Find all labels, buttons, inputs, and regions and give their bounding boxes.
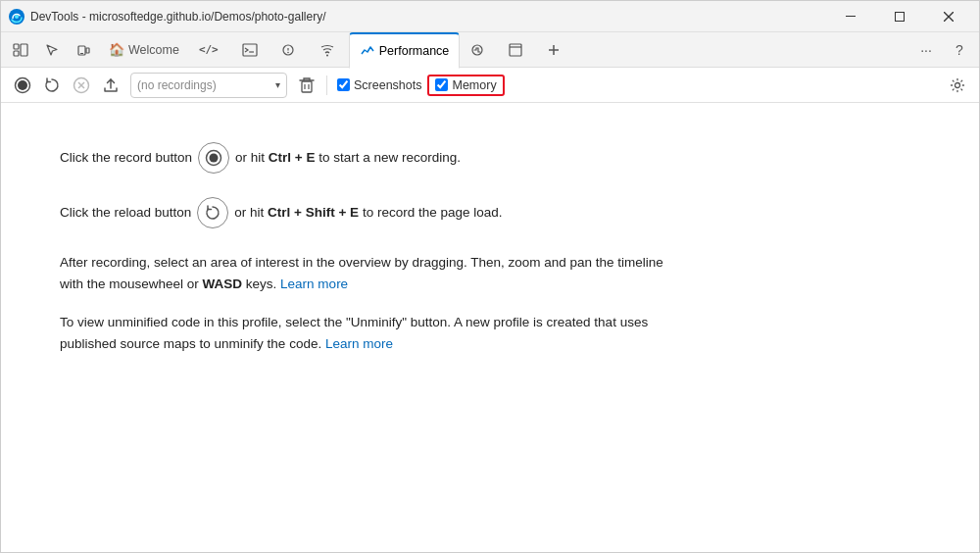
memory-checkbox[interactable]	[435, 78, 448, 91]
record-instruction: Click the record button or hit Ctrl + E …	[60, 142, 920, 174]
svg-point-1	[15, 15, 19, 19]
performance-tab-label: Performance	[379, 44, 450, 58]
tab-network[interactable]	[310, 32, 349, 68]
svg-point-17	[326, 54, 328, 56]
svg-point-33	[210, 154, 219, 163]
svg-rect-7	[14, 51, 19, 56]
title-bar: DevTools - microsoftedge.github.io/Demos…	[1, 1, 979, 32]
reload-instruction: Click the reload button or hit Ctrl + Sh…	[60, 197, 920, 228]
svg-rect-10	[86, 48, 89, 53]
learn-more-link-1[interactable]: Learn more	[280, 276, 348, 291]
tab-console[interactable]	[232, 32, 271, 68]
reload-icon-demo	[197, 197, 228, 228]
inspect-icon[interactable]	[36, 34, 68, 66]
minimize-button[interactable]	[828, 1, 873, 32]
svg-rect-3	[896, 12, 905, 21]
svg-rect-12	[243, 44, 257, 56]
tab-bar-end-buttons: ··· ?	[910, 34, 975, 66]
tab-elements[interactable]: </>	[189, 32, 232, 68]
toolbar-separator	[326, 75, 327, 95]
console-icon	[242, 43, 258, 57]
add-tab-button[interactable]	[538, 34, 569, 66]
learn-more-link-2[interactable]: Learn more	[325, 336, 393, 351]
svg-rect-28	[302, 81, 312, 92]
tab-performance[interactable]: Performance	[349, 32, 461, 69]
help-button[interactable]: ?	[944, 34, 975, 66]
svg-rect-19	[510, 44, 521, 56]
tab-memory-heap[interactable]	[460, 32, 499, 68]
tab-application[interactable]	[499, 32, 536, 68]
svg-rect-2	[846, 16, 856, 17]
performance-icon	[360, 44, 375, 58]
recording-selector[interactable]: (no recordings) ▾	[130, 73, 287, 98]
screenshots-checkbox[interactable]	[337, 78, 350, 91]
welcome-icon: 🏠	[109, 42, 124, 57]
record-icon-demo	[198, 142, 229, 174]
upload-profile-button[interactable]	[97, 72, 124, 99]
tab-welcome[interactable]: 🏠 Welcome	[99, 32, 189, 68]
svg-point-31	[956, 82, 960, 87]
window-title: DevTools - microsoftedge.github.io/Demos…	[30, 10, 828, 24]
svg-point-16	[287, 51, 289, 53]
device-emulation-icon[interactable]	[68, 34, 99, 66]
devtools-tab-bar: 🏠 Welcome </>	[1, 32, 979, 68]
paragraph-2: To view unminified code in this profile,…	[60, 312, 667, 354]
window-controls	[828, 1, 971, 32]
capture-settings-button[interactable]	[944, 72, 971, 99]
close-button[interactable]	[926, 1, 971, 32]
maximize-button[interactable]	[877, 1, 922, 32]
svg-rect-6	[14, 44, 19, 49]
panel-selector-icon[interactable]	[5, 34, 36, 66]
elements-icon: </>	[199, 43, 219, 56]
stop-button[interactable]	[68, 72, 95, 99]
reload-record-button[interactable]	[38, 72, 66, 99]
memory-icon	[469, 43, 485, 57]
tab-sources[interactable]	[271, 32, 310, 68]
performance-toolbar: (no recordings) ▾ Screenshots Memory	[1, 68, 979, 103]
paragraph-1: After recording, select an area of inter…	[60, 252, 667, 294]
memory-label: Memory	[452, 78, 496, 92]
network-icon	[319, 43, 335, 57]
main-content: Click the record button or hit Ctrl + E …	[1, 103, 979, 553]
svg-point-24	[18, 80, 27, 90]
record-button[interactable]	[9, 72, 36, 99]
screenshots-toggle[interactable]: Screenshots	[333, 76, 425, 94]
svg-rect-8	[21, 44, 27, 56]
sources-icon	[281, 43, 296, 57]
selector-chevron-icon: ▾	[275, 79, 280, 90]
edge-icon	[9, 9, 24, 25]
delete-recording-button[interactable]	[293, 72, 320, 99]
more-tools-button[interactable]: ···	[910, 34, 942, 66]
application-icon	[509, 43, 522, 57]
memory-toggle-highlighted[interactable]: Memory	[427, 75, 504, 96]
